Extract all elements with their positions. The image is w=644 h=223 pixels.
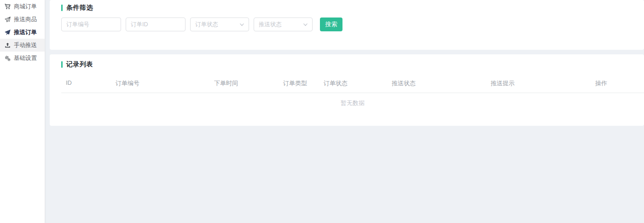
filter-card: 条件筛选 订单状态 推送状态 搜索 [50,0,644,50]
search-button[interactable]: 搜索 [320,18,342,31]
column-header-id: ID [61,75,111,93]
push-status-select-placeholder: 推送状态 [259,21,282,29]
column-header-order-type: 订单类型 [278,75,319,93]
column-header-push-status: 推送状态 [387,75,486,93]
sidebar-item-label: 推送商品 [14,16,37,23]
column-header-order-number: 订单编号 [111,75,209,93]
sidebar-item-push-products[interactable]: 推送商品 [0,13,45,26]
sidebar-item-label: 推送订单 [14,29,37,36]
sidebar-item-basic-settings[interactable]: 基础设置 [0,52,45,65]
filter-row: 订单状态 推送状态 搜索 [61,18,632,31]
records-table-header: ID 订单编号 下单时间 订单类型 订单状态 推送状态 推送提示 操作 [61,75,644,93]
column-header-push-hint: 推送提示 [486,75,591,93]
chevron-down-icon [239,22,244,27]
sidebar: 商城订单 推送商品 推送订单 手动推送 基础设置 [0,0,45,223]
records-section-title: 记录列表 [61,54,644,69]
sidebar-item-label: 手动推送 [14,41,37,49]
order-status-select[interactable]: 订单状态 [190,18,249,31]
sidebar-item-label: 商城订单 [14,3,37,11]
column-header-order-time: 下单时间 [209,75,278,93]
title-accent-bar [61,5,63,11]
sidebar-item-label: 基础设置 [14,54,37,62]
sidebar-item-manual-push[interactable]: 手动推送 [0,39,45,52]
main-content: 条件筛选 订单状态 推送状态 搜索 记录列表 [50,0,644,223]
push-status-select[interactable]: 推送状态 [254,18,313,31]
order-id-input[interactable] [126,18,186,31]
chevron-down-icon [303,22,308,27]
column-header-order-status: 订单状态 [319,75,387,93]
order-number-input[interactable] [61,18,121,31]
empty-data-text: 暂无数据 [61,93,644,107]
sidebar-item-mall-orders[interactable]: 商城订单 [0,0,45,13]
sidebar-item-push-orders[interactable]: 推送订单 [0,26,45,39]
upload-icon [4,42,11,48]
order-status-select-placeholder: 订单状态 [195,21,218,29]
paper-plane-outline-icon [4,16,11,23]
column-header-actions: 操作 [591,75,644,93]
title-accent-bar [61,61,63,68]
paper-plane-icon [4,29,11,35]
records-title-text: 记录列表 [66,60,93,69]
gears-icon [4,55,11,61]
records-card: 记录列表 ID 订单编号 下单时间 订单类型 订单状态 推送状态 推送提示 操作… [50,54,644,126]
filter-section-title: 条件筛选 [61,0,632,12]
filter-title-text: 条件筛选 [66,4,93,12]
shopping-cart-icon [4,3,11,10]
